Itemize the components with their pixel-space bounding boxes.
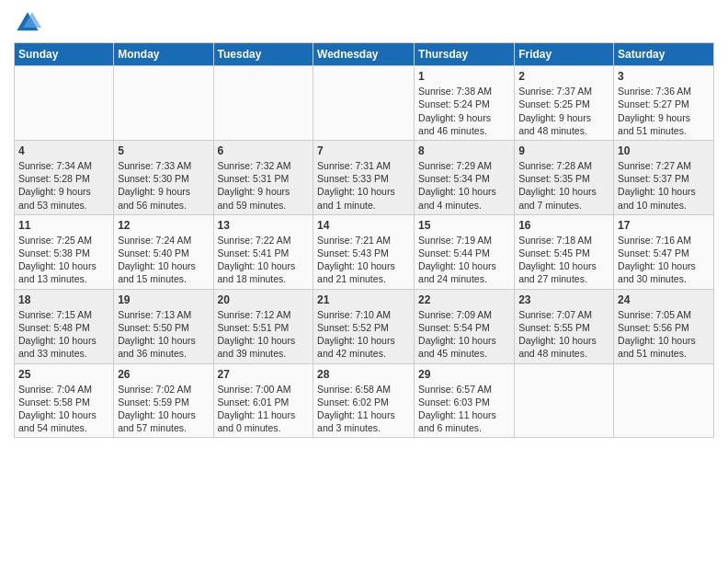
calendar-cell: 3Sunrise: 7:36 AMSunset: 5:27 PMDaylight… — [614, 66, 714, 141]
day-info: Sunrise: 7:29 AM — [418, 159, 510, 172]
day-info: Daylight: 10 hours — [118, 259, 209, 272]
day-info: Daylight: 10 hours — [218, 334, 310, 347]
day-number: 1 — [418, 69, 510, 84]
calendar-cell: 28Sunrise: 6:58 AMSunset: 6:02 PMDayligh… — [313, 363, 415, 438]
day-info: Daylight: 10 hours — [18, 259, 109, 272]
day-info: Sunset: 5:24 PM — [418, 98, 510, 110]
calendar-cell: 17Sunrise: 7:16 AMSunset: 5:47 PMDayligh… — [614, 214, 714, 289]
day-info: Sunset: 5:52 PM — [317, 321, 410, 334]
day-info: Sunset: 5:55 PM — [518, 321, 609, 334]
calendar-cell — [15, 66, 114, 141]
day-number: 26 — [118, 367, 209, 382]
day-info: and 36 minutes. — [118, 347, 209, 360]
day-info: Daylight: 10 hours — [618, 334, 710, 347]
day-info: Sunrise: 7:18 AM — [518, 234, 609, 247]
day-info: and 42 minutes. — [317, 347, 410, 360]
day-info: Daylight: 11 hours — [418, 408, 510, 421]
day-info: Sunrise: 7:25 AM — [18, 234, 109, 247]
calendar-cell: 29Sunrise: 6:57 AMSunset: 6:03 PMDayligh… — [415, 363, 515, 438]
calendar-cell: 1Sunrise: 7:38 AMSunset: 5:24 PMDaylight… — [415, 66, 515, 141]
day-number: 14 — [317, 218, 410, 233]
day-info: and 30 minutes. — [618, 272, 710, 285]
day-info: Daylight: 10 hours — [118, 408, 209, 421]
day-number: 28 — [317, 367, 410, 382]
calendar-cell: 2Sunrise: 7:37 AMSunset: 5:25 PMDaylight… — [515, 66, 614, 141]
day-info: Sunrise: 7:27 AM — [618, 159, 710, 172]
day-info: Sunset: 5:37 PM — [618, 172, 710, 185]
day-info: and 45 minutes. — [418, 347, 510, 360]
calendar-cell: 27Sunrise: 7:00 AMSunset: 6:01 PMDayligh… — [213, 363, 313, 438]
day-number: 15 — [418, 218, 510, 233]
day-number: 3 — [618, 69, 710, 84]
week-row-1: 1Sunrise: 7:38 AMSunset: 5:24 PMDaylight… — [15, 66, 714, 141]
day-info: Daylight: 11 hours — [317, 408, 410, 421]
day-info: Sunrise: 7:15 AM — [18, 308, 109, 321]
day-info: Daylight: 9 hours — [618, 111, 710, 124]
day-info: and 59 minutes. — [218, 199, 310, 212]
calendar-cell: 7Sunrise: 7:31 AMSunset: 5:33 PMDaylight… — [313, 140, 415, 214]
calendar-cell: 5Sunrise: 7:33 AMSunset: 5:30 PMDaylight… — [114, 140, 213, 214]
day-info: Daylight: 10 hours — [218, 259, 310, 272]
day-info: Sunset: 5:47 PM — [618, 247, 710, 259]
day-info: Sunrise: 7:19 AM — [418, 234, 510, 247]
day-info: Sunrise: 6:58 AM — [317, 383, 410, 396]
day-number: 12 — [118, 218, 209, 233]
day-info: and 18 minutes. — [218, 272, 310, 285]
day-number: 13 — [218, 218, 310, 233]
day-number: 18 — [18, 293, 109, 307]
day-info: and 1 minute. — [317, 199, 410, 212]
header-row: SundayMondayTuesdayWednesdayThursdayFrid… — [15, 43, 714, 66]
calendar-cell: 10Sunrise: 7:27 AMSunset: 5:37 PMDayligh… — [614, 140, 714, 214]
day-info: and 57 minutes. — [118, 421, 209, 434]
day-info: Sunrise: 7:22 AM — [218, 234, 310, 247]
day-number: 9 — [518, 144, 609, 158]
day-info: Daylight: 10 hours — [18, 408, 109, 421]
day-info: Sunset: 5:45 PM — [518, 247, 609, 259]
day-info: and 0 minutes. — [218, 421, 310, 434]
calendar-cell: 14Sunrise: 7:21 AMSunset: 5:43 PMDayligh… — [313, 214, 415, 289]
day-number: 16 — [518, 218, 609, 233]
day-info: and 53 minutes. — [18, 199, 109, 212]
day-info: Sunset: 5:41 PM — [218, 247, 310, 259]
logo — [14, 9, 45, 37]
calendar-cell: 15Sunrise: 7:19 AMSunset: 5:44 PMDayligh… — [415, 214, 515, 289]
day-info: Daylight: 9 hours — [18, 185, 109, 198]
calendar-body: 1Sunrise: 7:38 AMSunset: 5:24 PMDaylight… — [15, 66, 714, 438]
day-info: and 51 minutes. — [618, 124, 710, 137]
day-info: Sunset: 5:58 PM — [18, 396, 109, 408]
logo-icon — [14, 9, 41, 37]
day-info: and 48 minutes. — [518, 124, 609, 137]
day-info: Sunset: 5:51 PM — [218, 321, 310, 334]
calendar-cell: 16Sunrise: 7:18 AMSunset: 5:45 PMDayligh… — [515, 214, 614, 289]
day-number: 5 — [118, 144, 209, 158]
day-info: and 3 minutes. — [317, 421, 410, 434]
day-info: and 10 minutes. — [618, 199, 710, 212]
day-info: Daylight: 10 hours — [518, 334, 609, 347]
calendar-cell: 26Sunrise: 7:02 AMSunset: 5:59 PMDayligh… — [114, 363, 213, 438]
day-info: Sunrise: 7:34 AM — [18, 159, 109, 172]
day-info: and 15 minutes. — [118, 272, 209, 285]
calendar-cell: 20Sunrise: 7:12 AMSunset: 5:51 PMDayligh… — [213, 289, 313, 363]
day-info: and 48 minutes. — [518, 347, 609, 360]
day-info: and 56 minutes. — [118, 199, 209, 212]
day-info: and 21 minutes. — [317, 272, 410, 285]
day-number: 21 — [317, 293, 410, 307]
day-info: and 46 minutes. — [418, 124, 510, 137]
day-info: Sunrise: 7:37 AM — [518, 85, 609, 98]
day-number: 6 — [218, 144, 310, 158]
calendar-cell: 11Sunrise: 7:25 AMSunset: 5:38 PMDayligh… — [15, 214, 114, 289]
day-info: Sunset: 5:33 PM — [317, 172, 410, 185]
day-info: Sunset: 5:31 PM — [218, 172, 310, 185]
calendar-cell — [313, 66, 415, 141]
calendar-cell: 23Sunrise: 7:07 AMSunset: 5:55 PMDayligh… — [515, 289, 614, 363]
day-info: Sunrise: 6:57 AM — [418, 383, 510, 396]
week-row-2: 4Sunrise: 7:34 AMSunset: 5:28 PMDaylight… — [15, 140, 714, 214]
day-info: and 54 minutes. — [18, 421, 109, 434]
day-info: Sunset: 5:38 PM — [18, 247, 109, 259]
day-info: Sunrise: 7:24 AM — [118, 234, 209, 247]
col-header-monday: Monday — [114, 43, 213, 66]
day-info: Daylight: 10 hours — [618, 185, 710, 198]
calendar-cell: 22Sunrise: 7:09 AMSunset: 5:54 PMDayligh… — [415, 289, 515, 363]
day-info: Daylight: 10 hours — [317, 334, 410, 347]
day-number: 2 — [518, 69, 609, 84]
